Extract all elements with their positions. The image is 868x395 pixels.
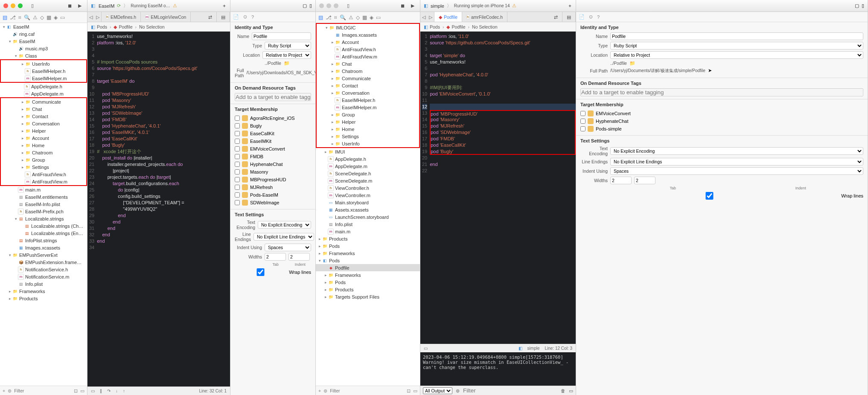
add-icon[interactable] (3, 388, 5, 393)
help-inspector-icon[interactable]: ? (597, 15, 600, 20)
folder-nav-icon[interactable]: ▤ (318, 15, 323, 20)
tree-item[interactable]: ▤Info.plist (0, 280, 87, 288)
tree-item[interactable]: 📦EMPushExtension.frame… (0, 258, 87, 266)
console-filter-input[interactable] (463, 387, 557, 394)
source-control-icon[interactable]: ⎇ (326, 15, 332, 20)
tree-item[interactable]: ▭Main.storyboard (316, 199, 420, 206)
stop-icon[interactable]: ◼ (399, 2, 406, 10)
tree-item[interactable]: ▸📁UserInfo (1, 60, 86, 67)
sidebar-toggle-icon[interactable]: ▯ (344, 2, 352, 10)
library-icon[interactable]: ▢ (303, 3, 307, 9)
tree-item[interactable]: ▸📁Settings (1, 163, 86, 171)
target-item[interactable]: SDWebImage (235, 199, 311, 206)
tree-item[interactable]: ▤InfoPlist.strings (0, 237, 87, 244)
console-output-select[interactable]: All Output (423, 387, 452, 394)
tree-item[interactable]: mmain.m (0, 186, 87, 193)
debug-console[interactable]: 2023-04-06 15:12:19.049684+0800 simple[1… (420, 352, 576, 386)
tree-item[interactable]: mNotificationService.m (0, 273, 87, 280)
indent-select[interactable]: Spaces (265, 244, 311, 251)
tree-item[interactable]: hNotificationService.h (0, 266, 87, 273)
name-field[interactable] (252, 32, 311, 40)
tree-item[interactable]: ▾📁EaseIM (0, 38, 87, 45)
wrap-checkbox[interactable] (235, 268, 286, 276)
tab-amrfilecodec[interactable]: hamrFileCodec.h (462, 12, 507, 22)
tree-item[interactable]: mViewController.m (316, 192, 420, 199)
tree-item[interactable]: mEaseIMHelper.m (317, 104, 419, 111)
nav-back-icon[interactable]: ◁ (420, 12, 427, 22)
project-root[interactable]: EaseIM (13, 24, 29, 29)
recent-icon[interactable]: ⊡ (407, 388, 411, 393)
report-nav-icon[interactable]: ▭ (60, 15, 65, 20)
stop-icon[interactable]: ◼ (66, 2, 73, 10)
recent-icon[interactable]: ⊡ (74, 388, 78, 393)
target-item[interactable]: Masonry (235, 168, 311, 176)
tab-emloginview[interactable]: mEMLoginViewCon (141, 12, 191, 22)
tree-item[interactable]: mAntiFraudView.m (317, 53, 419, 60)
tree-item[interactable]: ▦Images.xcassets (0, 244, 87, 251)
symbol-nav-icon[interactable]: ⌗ (18, 15, 21, 20)
debug-nav-icon[interactable]: ▦ (362, 15, 367, 20)
tree-item[interactable]: ▸📁Contact (1, 113, 86, 120)
indent-width[interactable] (288, 253, 310, 261)
target-item[interactable]: Pods-simple (580, 125, 863, 133)
breakpoint-nav-icon[interactable]: ◈ (370, 15, 373, 20)
scm-icon[interactable]: ▭ (413, 388, 417, 393)
target-item[interactable]: EMVoiceConvert (580, 110, 863, 117)
tree-item[interactable]: ▾📁Class (0, 52, 87, 59)
tree-item[interactable]: ▸📁Targets Support Files (316, 293, 420, 300)
target-item[interactable]: Pods-EaseIM (235, 191, 311, 199)
location-select-2[interactable]: Relative to Project (610, 51, 863, 59)
tree-item[interactable]: ▸📁Helper (1, 127, 86, 134)
library-icon[interactable]: ▢ (855, 3, 859, 9)
symbol-nav-icon[interactable]: ⌗ (334, 15, 337, 20)
history-inspector-icon[interactable]: ⊙ (243, 14, 247, 20)
tree-item[interactable]: ▸📁Group (1, 156, 86, 163)
tree-item[interactable]: ▾◧Pods (316, 257, 420, 264)
tree-item[interactable]: 🔊ring.caf (0, 30, 87, 38)
debug-bar-icon[interactable]: ▭ (424, 346, 428, 351)
target-item[interactable]: Bugly (235, 122, 311, 130)
tree-item[interactable]: ▤Localizable.strings (En… (0, 229, 87, 237)
tree-item[interactable]: ▾📁IMLOGIC (317, 24, 419, 31)
tree-item[interactable]: ▸📁Products (316, 235, 420, 242)
sidebar-toggle-icon[interactable]: ▯ (29, 2, 36, 10)
tree-item[interactable]: ◆Podfile (316, 264, 420, 271)
tree-item[interactable]: mEaseIMHelper.m (1, 75, 86, 82)
target-item[interactable]: HyphenateChat (580, 117, 863, 125)
file-tree-2[interactable]: ▾📁IMLOGIC▦Images.xcassets▸📁AccounthAntiF… (316, 23, 420, 386)
filter-input[interactable] (330, 388, 404, 393)
console-layout-icon[interactable]: ▭ (569, 388, 573, 393)
history-inspector-icon[interactable]: ⊙ (589, 14, 593, 20)
debug-bar-icon[interactable]: ▭ (91, 389, 95, 393)
tab-width[interactable] (265, 253, 286, 261)
breadcrumb-2[interactable]: ◧Pods ◆Podfile No Selection (420, 22, 576, 32)
nav-fwd-icon[interactable]: ▷ (427, 12, 434, 22)
wrap-checkbox-2[interactable] (580, 192, 839, 200)
tree-item[interactable]: ▸📁Communicate (317, 75, 419, 82)
test-nav-icon[interactable]: ◇ (356, 15, 360, 20)
tree-item[interactable]: mAppDelegate.m (0, 90, 87, 97)
tree-item[interactable]: ▸📁Products (0, 295, 87, 302)
tree-item[interactable]: ▸📁Conversation (317, 89, 419, 96)
tree-item[interactable]: hEaseIMHelper.h (317, 96, 419, 104)
tree-item[interactable]: ▸📁Group (317, 111, 419, 118)
folder-icon[interactable]: 📁 (629, 61, 635, 66)
file-inspector-icon[interactable]: 📄 (579, 14, 585, 20)
help-inspector-icon[interactable]: ? (251, 15, 254, 20)
tree-item[interactable]: mmain.m (316, 228, 420, 235)
inspector-toggle-icon[interactable]: ▯ (309, 3, 312, 9)
folder-icon[interactable]: 📁 (284, 61, 290, 66)
tree-item[interactable]: ▤Localizable.strings (Ch… (0, 222, 87, 229)
step-out-icon[interactable]: ↑ (123, 389, 125, 393)
tree-item[interactable]: ▦Images.xcassets (317, 31, 419, 38)
target-item[interactable]: EMVoiceConvert (235, 145, 311, 153)
tree-item[interactable]: ▭LaunchScreen.storyboard (316, 213, 420, 221)
tree-item[interactable]: ▸📁Chatroom (317, 67, 419, 75)
close-window-icon[interactable] (319, 3, 324, 8)
tree-item[interactable]: ▾▤Localizable.strings (0, 215, 87, 222)
issue-nav-icon[interactable]: ⚠ (349, 15, 353, 20)
tree-item[interactable]: ▸📁Contact (317, 82, 419, 89)
tree-item[interactable]: ▸📁Frameworks (316, 250, 420, 257)
tree-item[interactable]: hAppDelegate.h (0, 83, 87, 90)
target-item[interactable]: HyphenateChat (235, 160, 311, 168)
